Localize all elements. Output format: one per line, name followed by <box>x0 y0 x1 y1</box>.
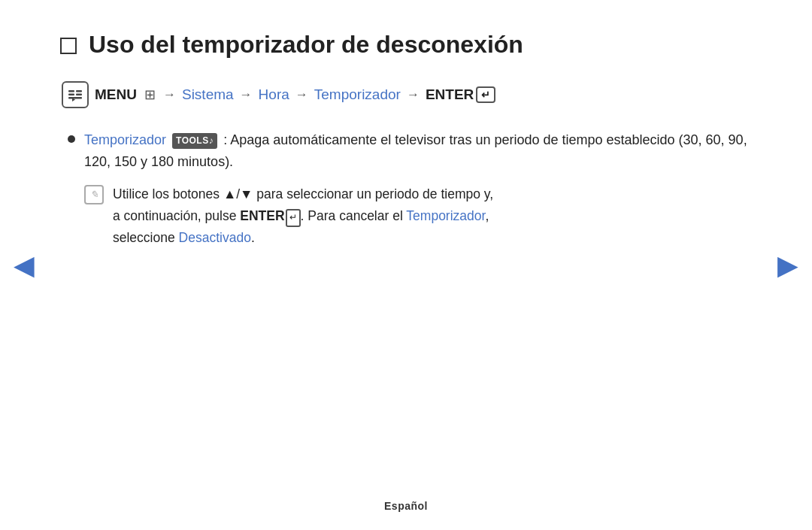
desactivado-link[interactable]: Desactivado <box>179 230 251 245</box>
bullet-row: Temporizador TOOLS♪ : Apaga automáticame… <box>68 129 752 173</box>
title-row: Uso del temporizador de desconexión <box>60 30 752 59</box>
svg-rect-3 <box>76 94 82 96</box>
page-title: Uso del temporizador de desconexión <box>89 30 523 59</box>
arrow-4: → <box>407 87 420 102</box>
tools-badge: TOOLS♪ <box>172 133 217 149</box>
arrow-2: → <box>240 87 253 102</box>
menu-path: MENU ⊞ → Sistema → Hora → Temporizador →… <box>62 81 752 108</box>
checkbox-icon <box>60 38 77 54</box>
hora-link[interactable]: Hora <box>259 86 289 103</box>
enter-label: ENTER <box>426 86 474 103</box>
note-row: ✎ Utilice los botones ▲/▼ para seleccion… <box>84 183 752 249</box>
svg-rect-0 <box>68 90 74 92</box>
menu-grid-icon: ⊞ <box>143 86 157 103</box>
note-line2-end: , <box>485 208 489 223</box>
temporizador-cancel-link[interactable]: Temporizador <box>406 208 485 223</box>
nav-arrow-right[interactable]: ▶ <box>777 252 798 279</box>
temporizador-bullet-link[interactable]: Temporizador <box>84 132 166 147</box>
note-enter-icon: ↵ <box>286 209 301 227</box>
arrow-1: → <box>163 87 176 102</box>
content-section: Temporizador TOOLS♪ : Apaga automáticame… <box>68 129 752 248</box>
svg-rect-4 <box>68 97 82 99</box>
note-enter-bold: ENTER <box>240 208 284 223</box>
enter-button: ENTER↵ <box>426 86 495 103</box>
arrow-3: → <box>295 87 308 102</box>
note-text: Utilice los botones ▲/▼ para seleccionar… <box>113 183 493 249</box>
footer-language: Español <box>384 500 428 512</box>
sistema-link[interactable]: Sistema <box>182 86 234 103</box>
svg-rect-1 <box>68 94 74 96</box>
note-line2-mid: . Para cancelar el <box>301 208 407 223</box>
svg-rect-2 <box>76 90 82 92</box>
note-line1: Utilice los botones ▲/▼ para seleccionar… <box>113 186 493 201</box>
note-icon: ✎ <box>84 185 104 204</box>
bullet-text: Temporizador TOOLS♪ : Apaga automáticame… <box>84 129 752 173</box>
bullet-dot <box>68 135 75 143</box>
menu-label: MENU <box>95 86 137 103</box>
note-line3-pre: seleccione <box>113 230 179 245</box>
menu-icon <box>62 81 89 108</box>
note-line2-pre: a continuación, pulse <box>113 208 240 223</box>
note-line3-end: . <box>251 230 255 245</box>
enter-icon: ↵ <box>476 86 495 103</box>
temporizador-link[interactable]: Temporizador <box>314 86 401 103</box>
page-container: Uso del temporizador de desconexión MENU… <box>0 0 812 530</box>
nav-arrow-left[interactable]: ◀ <box>14 252 35 279</box>
